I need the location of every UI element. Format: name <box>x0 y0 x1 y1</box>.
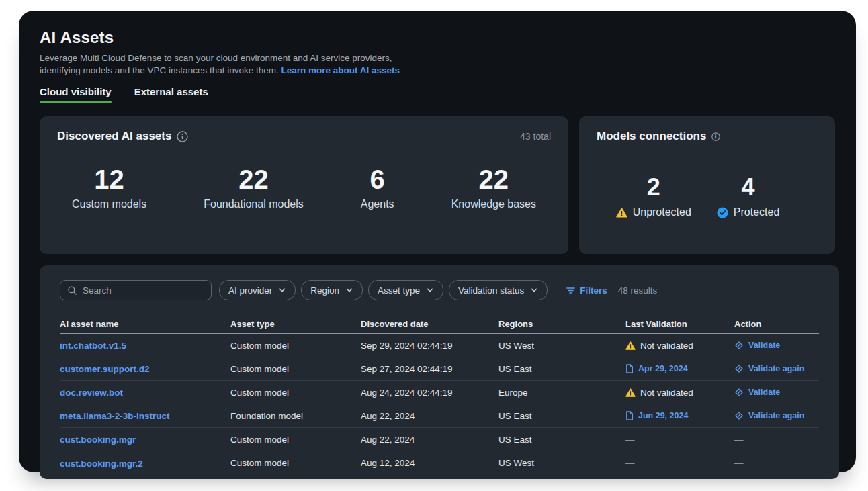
stat-label: Protected <box>734 206 779 218</box>
region-cell: US West <box>498 458 625 468</box>
tab-cloud-visibility[interactable]: Cloud visibility <box>40 86 112 103</box>
empty-value: — <box>734 435 744 445</box>
validation-cell: Not validated <box>625 341 734 351</box>
connections-stats: 2 Unprotected 4 Protected <box>597 174 818 218</box>
table-row: customer.support.d2 Custom model Sep 27,… <box>60 357 819 381</box>
discovered-date-cell: Aug 24, 2024 02:44:19 <box>361 388 498 398</box>
models-connections-card: Models connections 2 Unprotected 4 Prote… <box>579 116 835 254</box>
dropdown-label: Validation status <box>458 285 524 296</box>
search-input[interactable] <box>83 285 204 296</box>
validate-icon <box>734 411 744 420</box>
tab-external-assets[interactable]: External assets <box>134 86 208 103</box>
info-icon[interactable] <box>177 131 188 142</box>
dropdown-region[interactable]: Region <box>301 280 363 300</box>
discovered-date-cell: Aug 12, 2024 <box>361 458 498 468</box>
empty-value: — <box>625 458 635 468</box>
discovered-stats: 12 Custom models 22 Foundational models … <box>57 165 551 210</box>
action-cell: Validate again <box>734 364 819 373</box>
validation-cell: — <box>625 435 734 445</box>
chevron-down-icon <box>530 286 538 294</box>
validation-status-text: Not validated <box>640 341 693 351</box>
asset-type-cell: Custom model <box>230 388 361 398</box>
column-header[interactable]: Last Validation <box>625 319 734 329</box>
document-icon <box>625 411 634 420</box>
search-icon <box>67 285 77 296</box>
stat-value: 2 <box>616 174 691 201</box>
tab-label: Cloud visibility <box>40 86 112 97</box>
validation-date-link[interactable]: Apr 29, 2024 <box>638 364 688 373</box>
dropdown-validation-status[interactable]: Validation status <box>449 280 548 300</box>
stat-value: 22 <box>204 165 304 194</box>
check-circle-icon <box>717 207 728 218</box>
validate-label: Validate <box>748 388 780 397</box>
discovered-card-title: Discovered AI assets <box>57 130 171 143</box>
connections-card-title: Models connections <box>597 130 706 143</box>
table-row: int.chatbot.v1.5 Custom model Sep 29, 20… <box>60 334 819 357</box>
validate-label: Validate again <box>748 411 804 420</box>
column-header[interactable]: Asset type <box>230 319 361 329</box>
table-row: cust.booking.mgr.2 Custom model Aug 12, … <box>60 451 819 475</box>
stat-block: 22 Foundational models <box>204 165 304 210</box>
stat-label: Knowledge bases <box>451 198 536 210</box>
validate-icon <box>734 388 744 397</box>
asset-name-link[interactable]: doc.review.bot <box>60 388 123 398</box>
stat-label: Unprotected <box>633 206 691 218</box>
validation-cell: Jun 29, 2024 <box>625 411 734 420</box>
stat-value: 22 <box>451 165 536 194</box>
discovered-date-cell: Aug 22, 2024 <box>361 411 498 421</box>
action-cell: Validate <box>734 341 819 350</box>
stat-value: 4 <box>717 174 779 201</box>
asset-type-cell: Custom model <box>230 341 361 351</box>
table-header-row: AI asset name Asset type Discovered date… <box>60 315 819 334</box>
ai-assets-panel: AI Assets Leverage Multi Cloud Defense t… <box>19 11 856 472</box>
stat-block: 22 Knowledge bases <box>451 165 536 210</box>
dropdown-asset-type[interactable]: Asset type <box>368 280 443 300</box>
asset-name-link[interactable]: meta.llama3-2-3b-instruct <box>60 411 170 421</box>
connection-stat-block: 4 Protected <box>717 174 779 218</box>
chevron-down-icon <box>345 286 353 294</box>
column-header[interactable]: Regions <box>498 319 625 329</box>
info-icon[interactable] <box>711 132 720 141</box>
validate-label: Validate again <box>748 364 804 373</box>
region-cell: US West <box>498 341 625 351</box>
filters-button[interactable]: Filters <box>566 285 607 296</box>
validation-date-link[interactable]: Jun 29, 2024 <box>638 411 688 420</box>
stat-label: Agents <box>361 198 394 210</box>
page-header: AI Assets Leverage Multi Cloud Defense t… <box>40 28 835 103</box>
action-cell: Validate <box>734 388 819 397</box>
search-box[interactable] <box>60 280 212 300</box>
validate-button[interactable]: Validate again <box>734 411 804 420</box>
dropdown-label: Region <box>310 285 339 296</box>
region-cell: US East <box>498 411 625 421</box>
validation-cell: Apr 29, 2024 <box>625 364 734 373</box>
validate-label: Validate <box>748 341 780 350</box>
dropdown-ai-provider[interactable]: AI provider <box>219 280 296 300</box>
action-cell: — <box>734 458 819 468</box>
discovered-card-header: Discovered AI assets 43 total <box>57 130 551 143</box>
warning-triangle-icon <box>616 208 627 218</box>
filter-bar: AI provider Region Asset type Validation… <box>60 280 819 300</box>
table-row: cust.booking.mgr Custom model Aug 22, 20… <box>60 428 819 451</box>
assets-table-card: AI provider Region Asset type Validation… <box>40 265 839 479</box>
page-description: Leverage Multi Cloud Defense to scan you… <box>40 52 429 77</box>
learn-more-link[interactable]: Learn more about AI assets <box>281 65 400 75</box>
column-header[interactable]: Discovered date <box>361 319 498 329</box>
asset-name-link[interactable]: cust.booking.mgr.2 <box>60 459 143 469</box>
asset-name-link[interactable]: cust.booking.mgr <box>60 435 136 445</box>
warning-triangle-icon <box>625 341 636 350</box>
asset-name-link[interactable]: customer.support.d2 <box>60 364 150 374</box>
asset-name-link[interactable]: int.chatbot.v1.5 <box>60 341 126 351</box>
region-cell: US East <box>498 364 625 374</box>
validate-button[interactable]: Validate <box>734 341 780 350</box>
stat-value: 12 <box>72 165 146 194</box>
dropdown-label: Asset type <box>378 285 420 296</box>
table-body: int.chatbot.v1.5 Custom model Sep 29, 20… <box>60 334 819 475</box>
filter-icon <box>566 285 576 296</box>
column-header[interactable]: AI asset name <box>60 319 230 329</box>
description-line1: Leverage Multi Cloud Defense to scan you… <box>40 52 429 64</box>
description-line2: identifying models and the VPC instances… <box>40 65 279 75</box>
region-cell: Europe <box>498 388 625 398</box>
validate-button[interactable]: Validate again <box>734 364 804 373</box>
column-header[interactable]: Action <box>734 319 819 329</box>
validate-button[interactable]: Validate <box>734 388 780 397</box>
